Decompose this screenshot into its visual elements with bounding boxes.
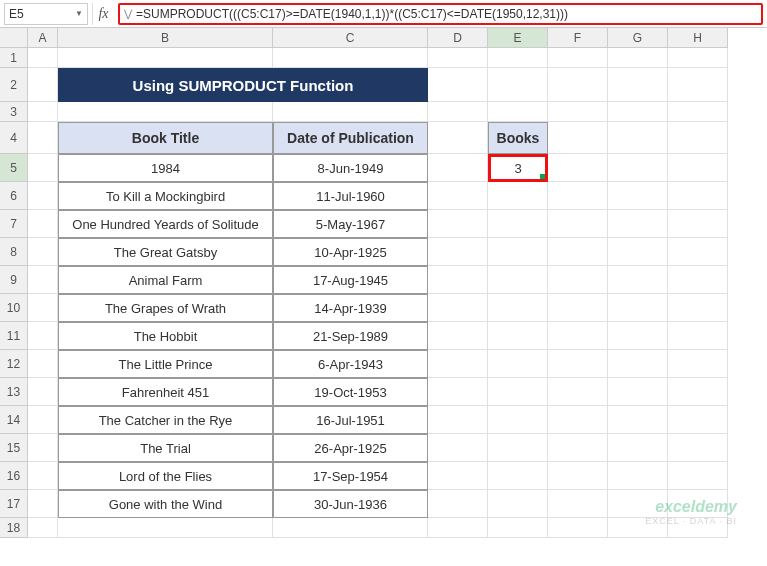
cell[interactable]	[548, 102, 608, 122]
cell[interactable]	[428, 68, 488, 102]
cell[interactable]	[608, 238, 668, 266]
cell[interactable]	[28, 266, 58, 294]
cell[interactable]	[28, 294, 58, 322]
cell[interactable]	[488, 462, 548, 490]
cell[interactable]	[28, 68, 58, 102]
cell[interactable]	[428, 406, 488, 434]
formula-bar[interactable]: ⋁ =SUMPRODUCT(((C5:C17)>=DATE(1940,1,1))…	[118, 3, 763, 25]
cell[interactable]	[28, 434, 58, 462]
cell[interactable]	[548, 378, 608, 406]
cell[interactable]	[428, 238, 488, 266]
cell[interactable]	[428, 490, 488, 518]
cell[interactable]	[488, 490, 548, 518]
row-header[interactable]: 4	[0, 122, 28, 154]
cell[interactable]	[58, 102, 273, 122]
cell[interactable]	[488, 48, 548, 68]
table-header-book[interactable]: Book Title	[58, 122, 273, 154]
result-cell[interactable]: 3	[488, 154, 548, 182]
col-header-A[interactable]: A	[28, 28, 58, 48]
cell[interactable]	[28, 182, 58, 210]
col-header-F[interactable]: F	[548, 28, 608, 48]
cell[interactable]	[428, 434, 488, 462]
cell[interactable]	[428, 518, 488, 538]
row-header[interactable]: 11	[0, 322, 28, 350]
cell[interactable]	[608, 182, 668, 210]
cell[interactable]	[668, 518, 728, 538]
cell[interactable]	[488, 238, 548, 266]
cell[interactable]	[608, 266, 668, 294]
table-row[interactable]: The Catcher in the Rye	[58, 406, 273, 434]
cell[interactable]	[668, 434, 728, 462]
cell[interactable]	[488, 350, 548, 378]
cell[interactable]	[608, 406, 668, 434]
table-row[interactable]: 1984	[58, 154, 273, 182]
table-row[interactable]: One Hundred Yeards of Solitude	[58, 210, 273, 238]
cell[interactable]	[28, 322, 58, 350]
cell[interactable]	[548, 48, 608, 68]
row-header[interactable]: 18	[0, 518, 28, 538]
cell[interactable]	[488, 406, 548, 434]
cell[interactable]	[548, 322, 608, 350]
expand-icon[interactable]: ⋁	[124, 8, 132, 19]
col-header-C[interactable]: C	[273, 28, 428, 48]
cell[interactable]	[488, 294, 548, 322]
chevron-down-icon[interactable]: ▼	[75, 9, 83, 18]
cell[interactable]	[428, 350, 488, 378]
cell[interactable]	[548, 154, 608, 182]
row-header[interactable]: 1	[0, 48, 28, 68]
cell[interactable]	[488, 378, 548, 406]
table-row[interactable]: 8-Jun-1949	[273, 154, 428, 182]
cell[interactable]	[668, 154, 728, 182]
cell[interactable]	[548, 490, 608, 518]
cell[interactable]	[428, 210, 488, 238]
row-header[interactable]: 12	[0, 350, 28, 378]
cell[interactable]	[428, 294, 488, 322]
table-row[interactable]: 19-Oct-1953	[273, 378, 428, 406]
table-row[interactable]: 26-Apr-1925	[273, 434, 428, 462]
table-row[interactable]: 5-May-1967	[273, 210, 428, 238]
table-row[interactable]: 30-Jun-1936	[273, 490, 428, 518]
col-header-B[interactable]: B	[58, 28, 273, 48]
cell[interactable]	[28, 462, 58, 490]
cell[interactable]	[608, 102, 668, 122]
cell[interactable]	[428, 462, 488, 490]
cell[interactable]	[28, 48, 58, 68]
table-row[interactable]: The Trial	[58, 434, 273, 462]
cell[interactable]	[608, 434, 668, 462]
cell[interactable]	[28, 122, 58, 154]
table-row[interactable]: 17-Sep-1954	[273, 462, 428, 490]
cell[interactable]	[668, 462, 728, 490]
table-row[interactable]: 10-Apr-1925	[273, 238, 428, 266]
cell[interactable]	[548, 210, 608, 238]
cell[interactable]	[273, 518, 428, 538]
cell[interactable]	[668, 350, 728, 378]
cell[interactable]	[488, 434, 548, 462]
row-header[interactable]: 10	[0, 294, 28, 322]
row-header[interactable]: 6	[0, 182, 28, 210]
cell[interactable]	[428, 322, 488, 350]
cell[interactable]	[28, 406, 58, 434]
cell[interactable]	[608, 294, 668, 322]
row-header[interactable]: 13	[0, 378, 28, 406]
cell[interactable]	[548, 406, 608, 434]
cell[interactable]	[273, 102, 428, 122]
cell[interactable]	[668, 378, 728, 406]
row-header[interactable]: 9	[0, 266, 28, 294]
cell[interactable]	[548, 462, 608, 490]
cell[interactable]	[488, 68, 548, 102]
table-row[interactable]: Lord of the Flies	[58, 462, 273, 490]
table-row[interactable]: Fahrenheit 451	[58, 378, 273, 406]
cell[interactable]	[548, 238, 608, 266]
cell[interactable]	[608, 122, 668, 154]
row-header[interactable]: 2	[0, 68, 28, 102]
row-header[interactable]: 16	[0, 462, 28, 490]
cell[interactable]	[608, 154, 668, 182]
cell[interactable]	[488, 322, 548, 350]
cell[interactable]	[608, 68, 668, 102]
fx-icon[interactable]: fx	[92, 3, 114, 25]
table-row[interactable]: To Kill a Mockingbird	[58, 182, 273, 210]
cell[interactable]	[28, 238, 58, 266]
cell[interactable]	[273, 48, 428, 68]
cell[interactable]	[548, 434, 608, 462]
cell[interactable]	[428, 378, 488, 406]
